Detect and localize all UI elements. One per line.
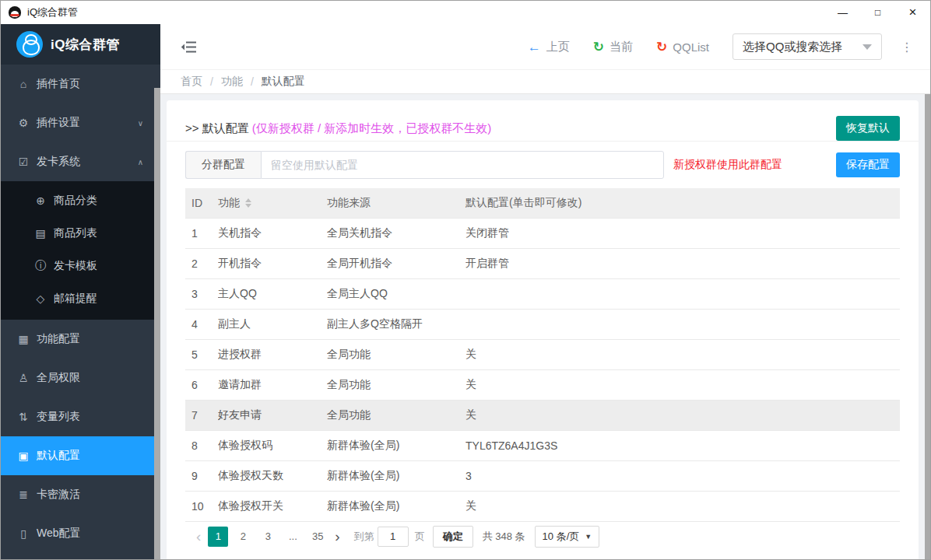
sidebar-item-7[interactable]: ▦功能配置 <box>1 320 154 359</box>
row-id: 6 <box>185 369 218 400</box>
row-source: 新群体验(全局) <box>327 460 466 491</box>
page-numbers: 123...35 <box>206 527 330 547</box>
table-row[interactable]: 6邀请加群全局功能关 <box>185 369 900 400</box>
table-row[interactable]: 7好友申请全局功能关 <box>185 400 900 430</box>
sidebar-item-11[interactable]: ≣卡密激活 <box>1 475 154 514</box>
sidebar-item-5[interactable]: ⓘ发卡模板 <box>1 250 154 282</box>
table-row[interactable]: 8体验授权码新群体验(全局)TYL6TZ6A4J1G3S <box>185 430 900 460</box>
back-page-button[interactable]: ← 上页 <box>528 40 570 54</box>
sidebar-item-1[interactable]: ⚙插件设置∨ <box>1 103 154 142</box>
column-header-func[interactable]: 功能 <box>218 188 327 218</box>
sidebar-item-4[interactable]: ▤商品列表 <box>1 217 154 250</box>
row-value[interactable]: 关 <box>466 369 900 400</box>
divider <box>167 141 919 142</box>
row-id: 8 <box>185 430 218 460</box>
prev-page-icon[interactable]: ‹ <box>191 529 206 544</box>
qq-select-dropdown[interactable]: 选择QQ或搜索选择 <box>733 33 882 60</box>
page-size-select[interactable]: 10 条/页 ▼ <box>535 526 600 548</box>
collapse-sidebar-button[interactable] <box>181 40 197 54</box>
breadcrumb-current: 默认配置 <box>262 75 305 89</box>
main-area: >> 默认配置 (仅新授权群 / 新添加时生效，已授权群不生效) 恢复默认 分群… <box>160 94 930 559</box>
sidebar-item-label: 功能配置 <box>37 332 80 346</box>
row-func: 体验授权天数 <box>218 460 327 491</box>
qq-select-value: 选择QQ或搜索选择 <box>743 40 842 54</box>
sidebar-item-12[interactable]: ▯Web配置 <box>1 514 154 553</box>
sidebar: iQ综合群管 ⌂插件首页⚙插件设置∨☑发卡系统∧⊕商品分类▤商品列表ⓘ发卡模板◇… <box>1 24 160 559</box>
row-value[interactable]: 关闭群管 <box>466 218 900 248</box>
sidebar-item-9[interactable]: ⇅变量列表 <box>1 397 154 436</box>
sidebar-item-8[interactable]: ♙全局权限 <box>1 359 154 397</box>
sidebar-item-10[interactable]: ▣默认配置 <box>1 436 154 475</box>
breadcrumb-section[interactable]: 功能 <box>221 75 243 89</box>
sidebar-item-label: 默认配置 <box>37 449 80 463</box>
minimize-button[interactable]: — <box>825 1 860 24</box>
page-title: >> 默认配置 (仅新授权群 / 新添加时生效，已授权群不生效) <box>185 121 491 136</box>
row-value[interactable]: 开启群管 <box>466 248 900 278</box>
sidebar-submenu: ⊕商品分类▤商品列表ⓘ发卡模板◇邮箱提醒 <box>1 181 154 320</box>
table-row[interactable]: 10体验授权开关新群体验(全局)关 <box>185 491 900 521</box>
row-id: 3 <box>185 278 218 309</box>
row-value[interactable] <box>466 278 900 309</box>
window-scrollbar[interactable] <box>925 94 930 559</box>
row-source: 新群体验(全局) <box>327 491 466 521</box>
monitor-icon: ▣ <box>16 450 30 462</box>
sort-icon[interactable] <box>245 198 251 208</box>
more-menu-button[interactable]: ⋮ <box>896 40 918 54</box>
chevron-down-icon <box>862 44 872 50</box>
confirm-page-button[interactable]: 确定 <box>433 526 473 548</box>
maximize-button[interactable]: □ <box>860 1 895 24</box>
sidebar-item-3[interactable]: ⊕商品分类 <box>1 184 154 217</box>
column-header-config: 默认配置(单击即可修改) <box>466 188 900 218</box>
close-button[interactable]: × <box>895 1 930 24</box>
row-value[interactable]: 关 <box>466 400 900 430</box>
table-row[interactable]: 9体验授权天数新群体验(全局)3 <box>185 460 900 491</box>
refresh-current-icon: ↻ <box>593 40 604 54</box>
card-header: >> 默认配置 (仅新授权群 / 新添加时生效，已授权群不生效) 恢复默认 <box>185 116 900 141</box>
group-config-input[interactable] <box>261 151 664 179</box>
table-row[interactable]: 3主人QQ全局主人QQ <box>185 278 900 309</box>
row-value[interactable]: 关 <box>466 491 900 521</box>
save-config-button[interactable]: 保存配置 <box>836 152 900 177</box>
page-number-35[interactable]: 35 <box>307 527 328 547</box>
sidebar-item-label: 发卡模板 <box>54 259 97 273</box>
back-page-label: 上页 <box>546 40 570 54</box>
refresh-current-button[interactable]: ↻ 当前 <box>593 40 633 54</box>
plus-icon: ⊕ <box>33 194 47 207</box>
row-value[interactable]: 3 <box>466 460 900 491</box>
sidebar-item-6[interactable]: ◇邮箱提醒 <box>1 282 154 315</box>
row-source: 全局关机指令 <box>327 218 466 248</box>
table-row[interactable]: 5进授权群全局功能关 <box>185 339 900 369</box>
sidebar-item-0[interactable]: ⌂插件首页 <box>1 65 154 103</box>
sidebar-scrollbar[interactable] <box>154 88 160 559</box>
page-number-1[interactable]: 1 <box>208 527 228 547</box>
row-func: 体验授权码 <box>218 430 327 460</box>
table-row[interactable]: 4副主人副主人多Q空格隔开 <box>185 309 900 339</box>
back-arrow-icon: ← <box>528 40 541 54</box>
page-number-3[interactable]: 3 <box>258 527 278 547</box>
content-card: >> 默认配置 (仅新授权群 / 新添加时生效，已授权群不生效) 恢复默认 分群… <box>167 100 919 559</box>
grid-icon: ▦ <box>16 333 30 345</box>
sidebar-item-2[interactable]: ☑发卡系统∧ <box>1 142 154 181</box>
breadcrumb-home[interactable]: 首页 <box>181 75 202 89</box>
next-page-icon[interactable]: › <box>330 529 344 544</box>
row-value[interactable] <box>466 309 900 339</box>
goto-page-input[interactable] <box>378 527 409 547</box>
minimize-icon: — <box>838 7 848 19</box>
group-config-note: 新授权群使用此群配置 <box>673 158 782 172</box>
sidebar-logo: iQ综合群管 <box>1 24 160 65</box>
row-value[interactable]: TYL6TZ6A4J1G3S <box>466 430 900 460</box>
cube-icon: ◇ <box>33 292 47 305</box>
close-icon: × <box>909 5 917 20</box>
app-logo-icon <box>16 31 43 58</box>
row-value[interactable]: 关 <box>466 339 900 369</box>
table-row[interactable]: 2开机指令全局开机指令开启群管 <box>185 248 900 278</box>
refresh-qqlist-button[interactable]: ↻ QQList <box>656 40 709 54</box>
sidebar-item-label: 商品分类 <box>54 194 97 208</box>
page-number-2[interactable]: 2 <box>233 527 253 547</box>
restore-default-button[interactable]: 恢复默认 <box>836 116 900 141</box>
sidebar-item-label: 插件设置 <box>37 116 80 130</box>
total-count: 共 348 条 <box>483 530 525 544</box>
table-row[interactable]: 1关机指令全局关机指令关闭群管 <box>185 218 900 248</box>
row-func: 主人QQ <box>218 278 327 309</box>
config-table: ID 功能 功能来源 默认配置(单击即可修改) 1关机指令全局关机指令关闭群管2… <box>185 188 900 522</box>
